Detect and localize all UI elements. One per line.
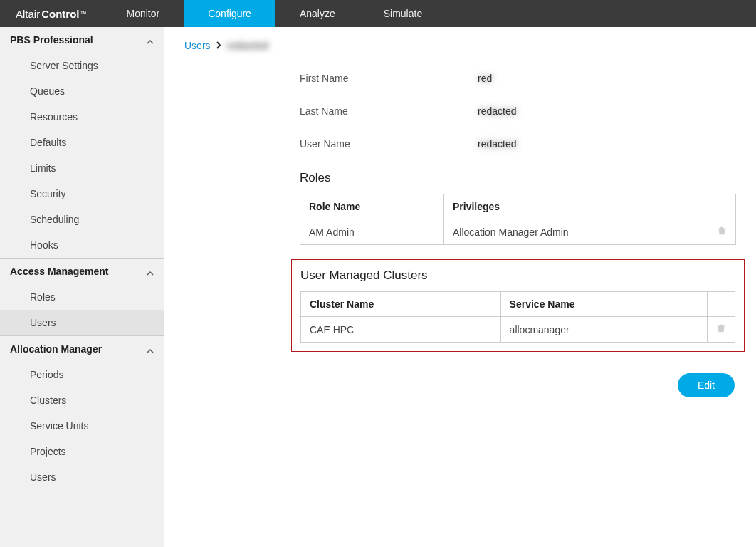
section-pbs-professional[interactable]: PBS Professional — [0, 27, 164, 53]
main-content: Users redacted First Name red Last Name … — [164, 27, 756, 547]
clusters-header-service: Service Name — [500, 292, 707, 317]
section-title-access: Access Management — [10, 266, 109, 277]
user-name-label: User Name — [300, 138, 478, 150]
brand-logo: Altair Control ™ — [0, 0, 103, 27]
sidebar-item-limits[interactable]: Limits — [0, 155, 164, 181]
chevron-up-icon — [147, 36, 154, 43]
user-details: First Name red Last Name redacted User N… — [300, 73, 736, 397]
sidebar-item-queues[interactable]: Queues — [0, 78, 164, 104]
roles-header-name: Role Name — [300, 194, 444, 219]
roles-header-action — [708, 194, 736, 219]
topbar: Altair Control ™ Monitor Configure Analy… — [0, 0, 756, 27]
topnav-analyze[interactable]: Analyze — [275, 0, 359, 27]
chevron-right-icon — [216, 40, 221, 51]
user-managed-clusters-highlight: User Managed Clusters Cluster Name Servi… — [291, 259, 745, 352]
last-name-label: Last Name — [300, 105, 478, 117]
table-row: AM Admin Allocation Manager Admin — [300, 219, 736, 245]
role-name-link[interactable]: AM Admin — [300, 219, 444, 245]
table-row: CAE HPC allocmanager — [301, 317, 735, 343]
sidebar-item-resources[interactable]: Resources — [0, 104, 164, 130]
edit-button[interactable]: Edit — [678, 373, 735, 397]
topnav-monitor[interactable]: Monitor — [103, 0, 184, 27]
section-title-alloc: Allocation Manager — [10, 343, 102, 355]
first-name-label: First Name — [300, 73, 478, 84]
user-name-value: redacted — [478, 138, 516, 150]
cluster-name-cell: CAE HPC — [301, 317, 501, 343]
sidebar-item-server-settings[interactable]: Server Settings — [0, 53, 164, 78]
topnav-simulate[interactable]: Simulate — [359, 0, 446, 27]
breadcrumb-current: redacted — [227, 40, 268, 51]
role-priv-cell: Allocation Manager Admin — [443, 219, 708, 245]
sidebar-item-clusters[interactable]: Clusters — [0, 387, 164, 413]
sidebar-item-hooks[interactable]: Hooks — [0, 232, 164, 258]
sidebar-item-service-units[interactable]: Service Units — [0, 413, 164, 439]
section-access-management[interactable]: Access Management — [0, 259, 164, 284]
clusters-header-name: Cluster Name — [301, 292, 501, 317]
sidebar-item-roles[interactable]: Roles — [0, 284, 164, 310]
top-nav: Monitor Configure Analyze Simulate — [103, 0, 447, 27]
sidebar-item-periods[interactable]: Periods — [0, 362, 164, 387]
section-allocation-manager[interactable]: Allocation Manager — [0, 336, 164, 362]
clusters-header-action — [708, 292, 735, 317]
first-name-value: red — [478, 73, 492, 84]
last-name-value: redacted — [478, 105, 516, 117]
service-name-cell: allocmanager — [500, 317, 707, 343]
brand-light: Altair — [16, 8, 40, 20]
roles-table: Role Name Privileges AM Admin Allocation… — [300, 194, 736, 245]
trash-icon[interactable] — [717, 226, 727, 238]
breadcrumb-users-link[interactable]: Users — [184, 40, 211, 51]
trash-icon[interactable] — [716, 324, 726, 335]
brand-tm: ™ — [80, 10, 87, 17]
sidebar-item-scheduling[interactable]: Scheduling — [0, 207, 164, 232]
sidebar-item-projects[interactable]: Projects — [0, 439, 164, 464]
topnav-configure[interactable]: Configure — [184, 0, 275, 27]
chevron-up-icon — [147, 345, 154, 353]
sidebar-item-defaults[interactable]: Defaults — [0, 130, 164, 155]
sidebar: PBS Professional Server Settings Queues … — [0, 27, 164, 547]
sidebar-item-users-am[interactable]: Users — [0, 310, 164, 335]
breadcrumb: Users redacted — [184, 40, 736, 51]
clusters-table: Cluster Name Service Name CAE HPC allocm… — [300, 291, 735, 343]
clusters-section-title: User Managed Clusters — [300, 269, 735, 283]
sidebar-item-security[interactable]: Security — [0, 181, 164, 207]
chevron-up-icon — [147, 268, 154, 275]
roles-section-title: Roles — [300, 171, 736, 185]
roles-header-priv: Privileges — [443, 194, 708, 219]
brand-bold: Control — [41, 8, 79, 20]
sidebar-item-users-alloc[interactable]: Users — [0, 464, 164, 490]
section-title-pbs: PBS Professional — [10, 34, 93, 46]
